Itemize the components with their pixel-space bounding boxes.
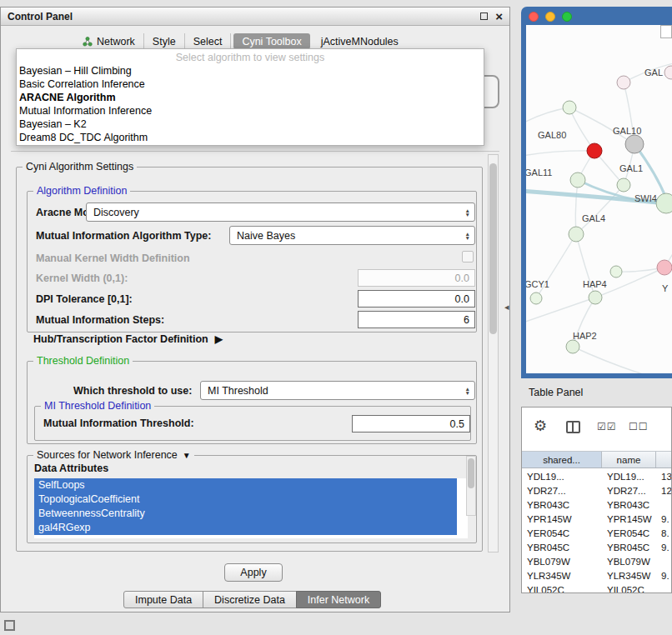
aracne-mode-select[interactable]: Discovery ▲▼ (86, 202, 475, 222)
select-all-icon[interactable]: ☑☑ (597, 421, 617, 432)
mac-window-controls (529, 12, 572, 22)
mi-algorithm-type-select[interactable]: Naive Bayes ▲▼ (229, 226, 475, 245)
mi-threshold-input[interactable] (352, 415, 470, 432)
threshold-definition-title: Threshold Definition (33, 355, 133, 367)
tab-cyni-toolbox[interactable]: Cyni Toolbox (233, 33, 309, 49)
tab-jactivemnodules[interactable]: jActiveMNodules (313, 33, 407, 49)
table-row[interactable]: YBR045CYBR045C9. (522, 540, 671, 554)
algorithm-option[interactable]: Bayesian – K2 (17, 118, 484, 131)
table-row[interactable]: YIL052CYIL052C (522, 582, 671, 592)
data-attributes-list[interactable]: SelfLoopsTopologicalCoefficientBetweenne… (34, 478, 468, 538)
algorithm-option[interactable]: Bayesian – Hill Climbing (17, 64, 484, 78)
dpi-tolerance-input[interactable] (358, 290, 475, 308)
network-node[interactable] (610, 266, 622, 278)
table-row[interactable]: YPR145WYPR145W9. (522, 512, 671, 526)
table-row[interactable]: YER054CYER054C8. (522, 526, 671, 540)
panel-collapse-arrow[interactable]: ◂ (504, 302, 509, 312)
control-panel-tabs: NetworkStyleSelectCyni ToolboxjActiveMNo… (74, 32, 407, 50)
table-row[interactable]: YDR27...YDR27...12 (522, 483, 671, 498)
sources-group-title[interactable]: Sources for Network Inference ▼ (33, 449, 194, 461)
which-threshold-select[interactable]: MI Threshold ▲▼ (200, 381, 475, 400)
gear-icon[interactable]: ⚙ (534, 417, 547, 435)
bottom-tab-infer-network[interactable]: Infer Network (296, 591, 381, 608)
columns-icon[interactable] (566, 421, 580, 433)
mi-algorithm-type-value: Naive Bayes (237, 230, 295, 242)
network-node[interactable] (589, 291, 602, 304)
table-cell: 13 (656, 472, 671, 482)
dpi-tolerance-label: DPI Tolerance [0,1]: (36, 293, 133, 305)
network-node-label: HAP4 (583, 279, 607, 289)
deselect-all-icon[interactable]: ☐☐ (629, 421, 649, 432)
network-node[interactable] (656, 193, 672, 213)
table-cell: YIL052C (522, 585, 602, 593)
network-node[interactable] (563, 101, 576, 114)
network-node-label: SWI4 (634, 193, 657, 203)
network-node-label: GAL1 (619, 163, 643, 173)
close-icon[interactable]: × (495, 12, 503, 22)
sources-group: Sources for Network Inference ▼ Data Att… (27, 455, 477, 543)
table-row[interactable]: YDL19...YDL19...13 (522, 469, 671, 483)
network-node[interactable] (657, 260, 672, 275)
network-graph: GALGAL80GAL10GAL11GAL1SWI4GAL4GCY1HAP4YH… (526, 25, 672, 373)
scrollbar-thumb[interactable] (468, 458, 474, 488)
mac-close-icon[interactable] (529, 12, 539, 22)
table-row[interactable]: YBL079WYBL079W (522, 554, 671, 568)
column-header-shared[interactable]: shared... (522, 452, 602, 468)
network-node[interactable] (566, 340, 579, 353)
dropdown-arrows-icon: ▲▼ (460, 208, 470, 217)
table-cell: YER054C (602, 528, 656, 538)
bottom-tab-impute-data[interactable]: Impute Data (123, 591, 203, 608)
minimized-panel-icon[interactable] (4, 620, 15, 631)
kernel-width-input[interactable] (358, 269, 475, 287)
float-window-icon[interactable] (480, 12, 488, 20)
tab-style[interactable]: Style (144, 33, 185, 49)
column-header[interactable] (656, 452, 672, 468)
mac-zoom-icon[interactable] (562, 12, 572, 22)
apply-button[interactable]: Apply (224, 563, 283, 582)
algorithm-option[interactable]: Mutual Information Inference (17, 104, 484, 118)
column-header-name[interactable]: name (602, 452, 656, 468)
algorithm-option[interactable]: Dream8 DC_TDC Algorithm (17, 131, 484, 144)
table-cell: YLR345W (602, 571, 656, 581)
scrollpane-top-border (11, 151, 499, 152)
attribute-item[interactable]: BetweennessCentrality (34, 507, 457, 521)
manual-kernel-width-label: Manual Kernel Width Definition (36, 252, 190, 264)
table-cell: YDL19... (602, 472, 656, 482)
mac-minimize-icon[interactable] (545, 12, 555, 22)
tab-select[interactable]: Select (185, 33, 232, 49)
attribute-item[interactable]: SelfLoops (34, 478, 457, 492)
network-node[interactable] (617, 76, 630, 89)
expand-right-icon: ▶ (215, 333, 223, 345)
network-node[interactable] (617, 178, 630, 192)
network-node[interactable] (530, 292, 542, 304)
algorithm-option[interactable]: ARACNE Algorithm (17, 91, 484, 104)
table-cell: YPR145W (602, 514, 656, 524)
scrollbar-thumb[interactable] (489, 163, 497, 334)
algorithm-option[interactable]: Basic Correlation Inference (17, 78, 484, 91)
network-node[interactable] (570, 172, 585, 188)
network-node[interactable] (664, 66, 672, 79)
network-canvas[interactable]: GALGAL80GAL10GAL11GAL1SWI4GAL4GCY1HAP4YH… (526, 25, 672, 373)
table-panel-window: ⚙ ☑☑ ☐☐ shared...name YDL19...YDL19...13… (521, 407, 672, 593)
attribute-item[interactable]: TopologicalCoefficient (34, 492, 457, 507)
attribute-item[interactable]: gal4RGexp (34, 521, 457, 535)
table-cell: YER054C (522, 528, 602, 538)
dropdown-arrows-icon: ▲▼ (460, 232, 470, 240)
table-row[interactable]: YBR043CYBR043C (522, 498, 671, 512)
manual-kernel-width-checkbox[interactable] (462, 251, 474, 262)
table-row[interactable]: YLR345WYLR345W9. (522, 568, 671, 582)
settings-scrollbar[interactable] (488, 154, 499, 552)
tab-network[interactable]: Network (74, 33, 144, 49)
network-node[interactable] (625, 135, 644, 153)
hub-definition-toggle[interactable]: Hub/Transcription Factor Definition ▶ (33, 333, 223, 345)
attributes-scrollbar[interactable] (466, 456, 476, 516)
network-node[interactable] (569, 227, 584, 242)
bottom-tab-discretize-data[interactable]: Discretize Data (203, 591, 297, 608)
table-cell: YBL079W (522, 557, 602, 567)
table-cell: YDR27... (602, 486, 656, 496)
scrollbar-corner[interactable] (660, 25, 672, 38)
control-panel-titlebar[interactable]: Control Panel × (1, 8, 509, 26)
mi-steps-input[interactable] (358, 311, 475, 328)
network-node[interactable] (587, 143, 602, 158)
algorithm-definition-title: Algorithm Definition (33, 185, 130, 197)
